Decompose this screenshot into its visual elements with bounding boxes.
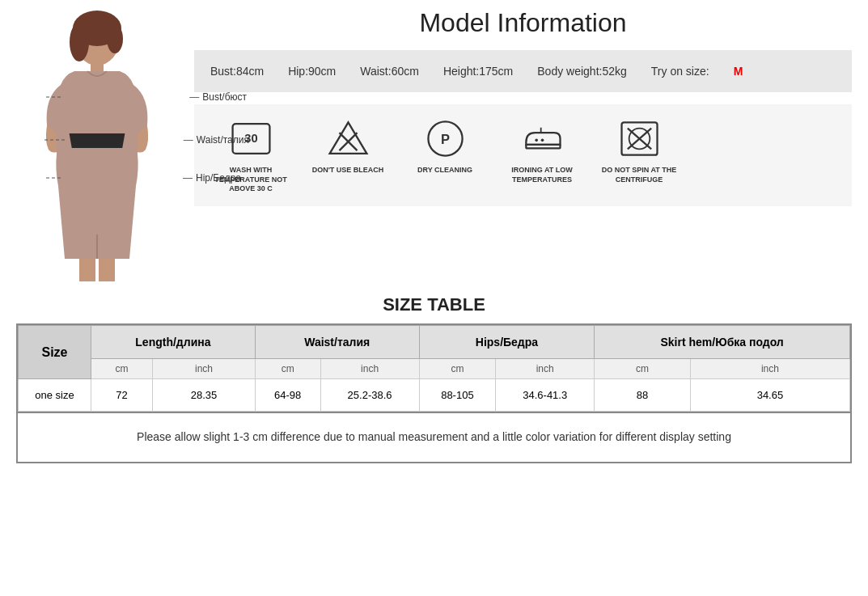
top-section: Bust/бюст Waist/талия Hip/Бедра Model In… (16, 8, 852, 286)
row-waist-inch: 25.2-38.6 (320, 379, 419, 412)
svg-point-22 (535, 139, 538, 142)
row-skirt-cm: 88 (595, 379, 691, 412)
col-length: Length/длина (91, 326, 256, 359)
model-hip: Hip:90cm (288, 65, 336, 78)
care-icons-row: 30 WASH WITH TEMPERATURE NOT ABOVE 30 C … (194, 104, 852, 206)
size-table-wrapper: Size Length/длина Waist/талия Hips/Бедра… (16, 323, 852, 413)
length-cm-header: cm (91, 359, 153, 379)
col-hips: Hips/Бедра (419, 326, 595, 359)
row-skirt-inch: 34.65 (690, 379, 849, 412)
table-header-row: Size Length/длина Waist/талия Hips/Бедра… (19, 326, 850, 359)
disclaimer-box: Please allow slight 1-3 cm difference du… (16, 413, 852, 463)
care-icon-dry-cleaning: P DRY CLEANING (404, 116, 485, 175)
ironing-icon (520, 116, 565, 161)
try-on-size: M (734, 65, 743, 78)
skirt-cm-header: cm (595, 359, 691, 379)
no-bleach-label: DON'T USE BLEACH (312, 166, 384, 175)
svg-rect-5 (91, 61, 104, 73)
model-info-box: Bust:84cm Hip:90cm Waist:60cm Height:175… (194, 50, 852, 92)
col-skirt-hem: Skirt hem/Юбка подол (595, 326, 850, 359)
model-figure-svg (16, 8, 178, 283)
hip-label: Hip/Бедра (183, 172, 241, 184)
dry-cleaning-label: DRY CLEANING (417, 166, 472, 175)
page-container: Bust/бюст Waist/талия Hip/Бедра Model In… (0, 0, 868, 471)
svg-point-4 (107, 24, 123, 53)
svg-rect-20 (526, 145, 560, 149)
row-length-inch: 28.35 (153, 379, 256, 412)
model-height: Height:175cm (443, 65, 513, 78)
length-inch-header: inch (153, 359, 256, 379)
try-on-label: Try on size: (651, 65, 709, 78)
care-icon-no-spin: DO NOT SPIN AT THE CENTRIFUGE (599, 116, 680, 184)
svg-point-23 (540, 139, 544, 142)
no-spin-icon (617, 116, 662, 161)
waist-cm-header: cm (255, 359, 320, 379)
waist-inch-header: inch (320, 359, 419, 379)
svg-marker-15 (329, 122, 366, 154)
size-table-section: SIZE TABLE Size Length/длина Waist/талия… (16, 294, 852, 463)
svg-text:P: P (440, 132, 449, 146)
no-bleach-icon (326, 116, 370, 161)
skirt-inch-header: inch (690, 359, 849, 379)
model-body-weight: Body weight:52kg (537, 65, 627, 78)
col-size: Size (19, 326, 91, 379)
model-waist: Waist:60cm (360, 65, 419, 78)
model-bust: Bust:84cm (210, 65, 264, 78)
row-length-cm: 72 (91, 379, 153, 412)
disclaimer-text: Please allow slight 1-3 cm difference du… (137, 430, 731, 443)
right-section: Model Information Bust:84cm Hip:90cm Wai… (178, 8, 852, 206)
care-icon-ironing: IRONING AT LOW TEMPERATURES (502, 116, 582, 184)
table-subheader-row: cm inch cm inch cm inch cm inch (19, 359, 850, 379)
table-row: one size 72 28.35 64-98 25.2-38.6 88-105… (19, 379, 850, 412)
dry-cleaning-icon: P (423, 116, 468, 161)
size-table: Size Length/длина Waist/талия Hips/Бедра… (18, 325, 850, 412)
no-spin-label: DO NOT SPIN AT THE CENTRIFUGE (599, 166, 680, 184)
svg-rect-8 (99, 259, 115, 281)
waist-label: Waist/талия (184, 134, 249, 146)
svg-rect-6 (65, 133, 129, 148)
svg-point-3 (70, 23, 89, 61)
bust-label: Bust/бюст (189, 91, 247, 103)
model-image-area: Bust/бюст Waist/талия Hip/Бедра (16, 8, 178, 286)
svg-rect-7 (79, 259, 95, 281)
row-hips-cm: 88-105 (419, 379, 496, 412)
col-waist: Waist/талия (255, 326, 419, 359)
size-table-title: SIZE TABLE (16, 294, 852, 315)
ironing-label: IRONING AT LOW TEMPERATURES (502, 166, 582, 184)
row-hips-inch: 34.6-41.3 (496, 379, 595, 412)
row-size: one size (19, 379, 91, 412)
hips-cm-header: cm (419, 359, 496, 379)
hips-inch-header: inch (496, 359, 595, 379)
care-icon-no-bleach: DON'T USE BLEACH (307, 116, 388, 175)
row-waist-cm: 64-98 (255, 379, 320, 412)
page-title: Model Information (194, 8, 852, 38)
